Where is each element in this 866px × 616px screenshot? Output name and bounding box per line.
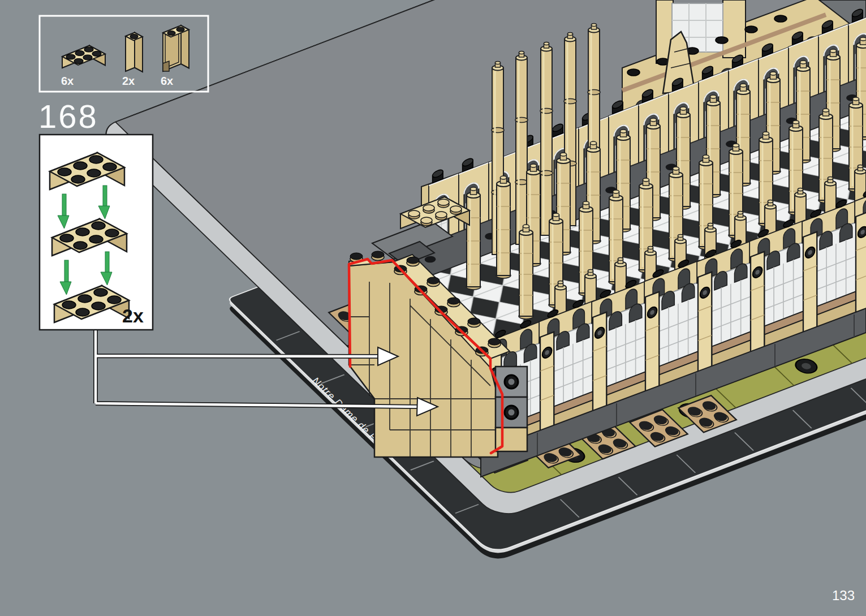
instruction-scene: Notre Dame de Paris	[0, 0, 866, 616]
part-qty: 6x	[61, 75, 74, 87]
parts-box: 6x 2x 6x	[40, 16, 208, 92]
part-qty: 6x	[161, 75, 173, 87]
page-number: 133	[832, 588, 855, 603]
technic-bricks	[496, 367, 527, 451]
part-qty: 2x	[122, 75, 135, 87]
instruction-page: Notre Dame de Paris	[0, 0, 866, 616]
step-number: 168	[38, 98, 98, 135]
substep-box: 2x	[40, 135, 153, 330]
substep-qty: 2x	[122, 305, 144, 326]
part-panel-1x2x2	[163, 25, 189, 71]
part-brick-2x3	[62, 46, 105, 68]
part-brick-1x1x2	[126, 33, 143, 72]
